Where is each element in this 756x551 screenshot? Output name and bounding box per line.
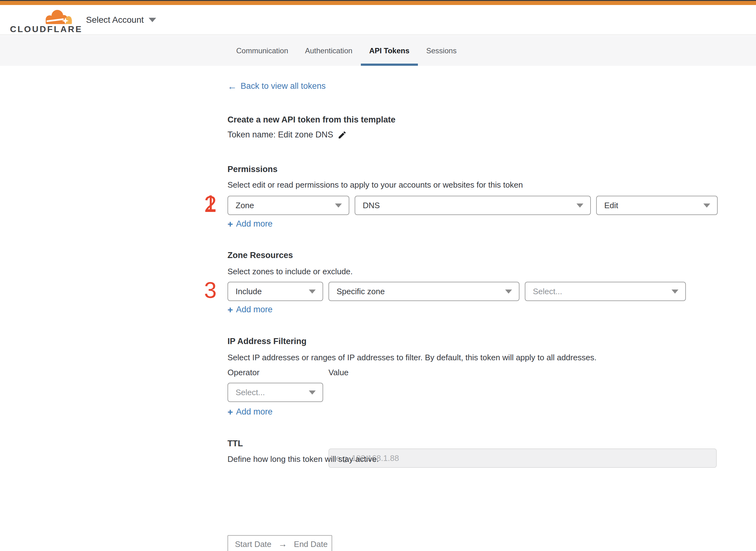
operator-select[interactable]: Select... [227,383,323,402]
zone-resources-add-more-link[interactable]: + Add more [227,305,273,315]
token-name-row: Token name: Edit zone DNS [227,130,347,140]
edit-pencil-icon[interactable] [337,130,347,140]
chevron-down-icon [149,18,156,22]
permissions-select-row: Zone DNS Edit [227,196,718,215]
chevron-down-icon [309,290,316,294]
ip-filtering-heading: IP Address Filtering [227,337,307,346]
select-value: Edit [604,201,618,210]
back-link-label: Back to view all tokens [240,81,326,91]
add-more-label: Add more [236,407,273,417]
chevron-down-icon [335,203,342,207]
ip-value-input[interactable] [328,449,717,468]
back-to-tokens-link[interactable]: ← Back to view all tokens [227,81,326,91]
tab-authentication[interactable]: Authentication [297,36,361,66]
chevron-down-icon [703,203,710,207]
step-2-marker: 2 [199,193,221,215]
ip-filtering-row: Select... [227,383,323,402]
chevron-down-icon [672,290,678,294]
tab-label: Communication [236,46,288,55]
select-placeholder: Select... [533,287,562,297]
tab-label: Authentication [305,46,352,55]
plus-icon: + [227,408,233,416]
permission-access-select[interactable]: Edit [596,196,718,215]
zone-include-select[interactable]: Include [227,282,323,301]
logo-wordmark: CLOUDFLARE [10,24,83,34]
zone-name-select[interactable]: Select... [525,282,686,301]
tab-communication[interactable]: Communication [228,36,297,66]
permissions-heading: Permissions [227,164,278,174]
chevron-down-icon [505,290,512,294]
permissions-description: Select edit or read permissions to apply… [227,180,523,190]
zone-resources-heading: Zone Resources [227,250,293,260]
token-template-form: ← Back to view all tokens 1 Create a new… [0,66,756,551]
back-arrow-icon: ← [227,82,237,90]
select-value: Zone [235,201,254,210]
select-placeholder: Select... [235,388,265,397]
cloudflare-logo: CLOUDFLARE [9,7,72,36]
end-date-placeholder: End Date [294,539,327,549]
ip-filtering-add-more-link[interactable]: + Add more [227,407,273,417]
top-orange-strip [0,1,756,5]
app-header: CLOUDFLARE Select Account [0,5,756,35]
zone-resources-select-row: Include Specific zone Select... [227,282,686,301]
account-selector-label: Select Account [86,15,144,25]
add-more-label: Add more [236,305,273,315]
permission-scope-select[interactable]: Zone [227,196,349,215]
tab-sessions[interactable]: Sessions [418,36,465,66]
cloudflare-cloud-icon [40,8,75,26]
step-3-marker: 3 [199,279,221,302]
add-more-label: Add more [236,219,273,229]
ttl-description: Define how long this token will stay act… [227,454,379,464]
account-selector[interactable]: Select Account [86,5,156,35]
value-label: Value [328,368,349,378]
permissions-add-more-link[interactable]: + Add more [227,219,273,229]
plus-icon: + [227,306,233,314]
page-title: Create a new API token from this templat… [227,115,396,125]
chevron-down-icon [577,203,583,207]
chevron-down-icon [309,391,316,395]
permission-group-select[interactable]: DNS [354,196,591,215]
arrow-right-icon: → [278,539,287,549]
tab-label: API Tokens [369,46,410,55]
tab-label: Sessions [426,46,457,55]
plus-icon: + [227,220,233,228]
select-value: Include [235,287,262,297]
ttl-date-range-picker[interactable]: Start Date → End Date [227,535,332,551]
ttl-heading: TTL [227,439,243,449]
zone-type-select[interactable]: Specific zone [328,282,520,301]
tab-api-tokens[interactable]: API Tokens [361,36,418,66]
ip-filtering-description: Select IP addresses or ranges of IP addr… [227,353,597,363]
select-value: Specific zone [336,287,385,297]
start-date-placeholder: Start Date [235,539,271,549]
tab-bar: Communication Authentication API Tokens … [0,36,756,66]
operator-label: Operator [227,368,259,378]
zone-resources-description: Select zones to include or exclude. [227,267,353,277]
token-name-text: Token name: Edit zone DNS [227,130,333,140]
select-value: DNS [363,201,380,210]
